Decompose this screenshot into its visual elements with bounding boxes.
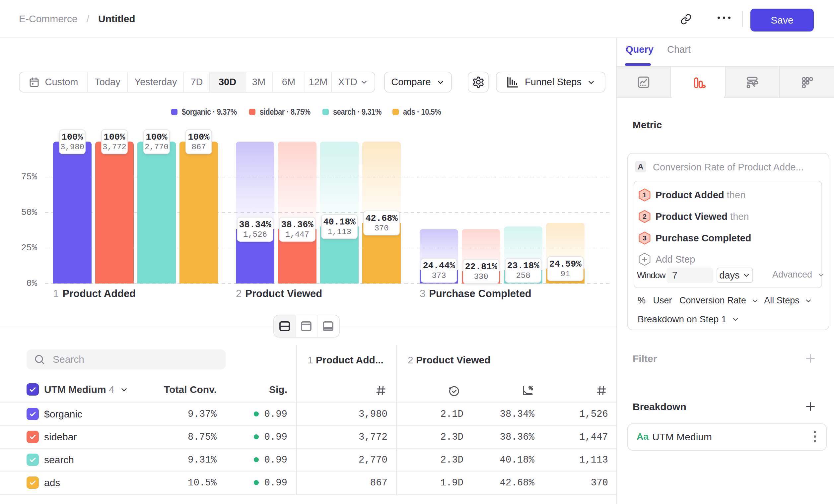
svg-text:1: 1 — [642, 191, 646, 199]
svg-text:2: 2 — [642, 212, 646, 220]
svg-text:3: 3 — [642, 234, 646, 242]
